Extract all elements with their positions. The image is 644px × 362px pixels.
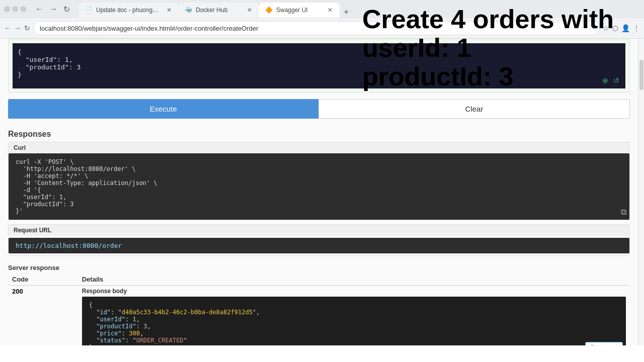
tab-title-1: Update doc - phuongnq1995/s... <box>96 7 162 14</box>
title-bar: ← → ↻ 📄 Update doc - phuongnq1995/s... ✕… <box>0 0 644 18</box>
address-input[interactable] <box>33 21 600 35</box>
textarea-icons: ⊕ ↺ <box>602 76 622 85</box>
request-body-section: { "userId": 1, "productId": 3 } ⊕ ↺ <box>8 39 630 93</box>
address-bar: ← → ↻ ☆ ⬡ 👤 ⋮ <box>0 18 644 38</box>
forward-icon[interactable]: → <box>14 24 21 32</box>
details-header: Details <box>78 274 630 286</box>
tab-favicon-1: 📄 <box>85 7 92 14</box>
download-button[interactable]: Download <box>585 342 623 345</box>
response-body-block: { "id": "d40a5c33-b4b2-46c2-b0ba-de8a82f… <box>82 297 626 345</box>
curl-block: Curl curl -X 'POST' \ 'http://localhost:… <box>8 142 630 220</box>
response-body-label: Response body <box>82 288 626 295</box>
request-body-textarea[interactable]: { "userId": 1, "productId": 3 } <box>13 43 625 88</box>
execute-button[interactable]: Execute <box>8 99 318 119</box>
clear-button[interactable]: Clear <box>318 99 630 119</box>
maximize-button[interactable] <box>12 6 18 12</box>
curl-label: Curl <box>9 142 629 153</box>
tab-close-2[interactable]: ✕ <box>246 7 253 14</box>
window-controls <box>4 6 26 12</box>
server-response-title: Server response <box>8 260 630 274</box>
bookmark-icon[interactable]: ☆ <box>603 24 609 32</box>
curl-code: curl -X 'POST' \ 'http://localhost:8080/… <box>9 153 629 220</box>
browser-chrome: ← → ↻ 📄 Update doc - phuongnq1995/s... ✕… <box>0 0 644 39</box>
minimize-button[interactable] <box>4 6 10 12</box>
response-copy-button[interactable]: ⧉ <box>577 343 582 346</box>
tab-swagger-ui[interactable]: 🔶 Swagger UI ✕ <box>259 3 340 18</box>
menu-icon[interactable]: ⋮ <box>633 24 640 32</box>
request-url-label: Request URL <box>9 225 629 236</box>
response-row-200: 200 Response body { "id": "d40a5c33-b4b2… <box>8 286 630 346</box>
execute-row: Execute Clear <box>8 99 630 119</box>
response-details: Response body { "id": "d40a5c33-b4b2-46c… <box>78 286 630 346</box>
textarea-container: { "userId": 1, "productId": 3 } ⊕ ↺ <box>13 43 625 88</box>
reload-icon[interactable]: ↻ <box>24 24 30 32</box>
new-tab-button[interactable]: + <box>340 7 353 18</box>
back-icon[interactable]: ← <box>4 24 11 32</box>
download-row: ⧉ Download <box>577 342 623 345</box>
responses-title: Responses <box>8 125 630 142</box>
close-button[interactable] <box>20 6 26 12</box>
clear-icon[interactable]: ↺ <box>613 76 622 85</box>
format-icon[interactable]: ⊕ <box>602 76 611 85</box>
nav-controls: ← → ↻ <box>33 4 72 15</box>
tabs-container: 📄 Update doc - phuongnq1995/s... ✕ 🐳 Doc… <box>75 1 640 18</box>
tab-title-2: Docker Hub <box>196 7 242 14</box>
extensions-icon[interactable]: ⬡ <box>612 24 618 32</box>
request-url-value: http://localhost:8080/order <box>9 238 629 253</box>
swagger-body: { "userId": 1, "productId": 3 } ⊕ ↺ Exec… <box>0 39 638 345</box>
main-area: { "userId": 1, "productId": 3 } ⊕ ↺ Exec… <box>0 39 638 345</box>
back-button[interactable]: ← <box>33 4 45 15</box>
tab-favicon-3: 🔶 <box>265 7 272 14</box>
scrollbar-thumb[interactable] <box>639 60 643 90</box>
forward-button[interactable]: → <box>47 4 59 15</box>
scrollbar[interactable] <box>638 39 644 345</box>
tab-favicon-2: 🐳 <box>185 7 192 14</box>
request-url-block: Request URL http://localhost:8080/order <box>8 224 630 256</box>
response-table: Code Details 200 Response body { "id": "… <box>8 274 630 345</box>
curl-copy-button[interactable]: ⧉ <box>621 208 626 217</box>
reload-button[interactable]: ↻ <box>61 4 72 15</box>
tab-update-doc[interactable]: 📄 Update doc - phuongnq1995/s... ✕ <box>79 3 179 18</box>
code-header: Code <box>8 274 78 286</box>
responses-section: Responses Curl curl -X 'POST' \ 'http://… <box>0 125 638 345</box>
tab-docker-hub[interactable]: 🐳 Docker Hub ✕ <box>179 3 259 18</box>
profile-icon[interactable]: 👤 <box>621 24 630 32</box>
tab-close-1[interactable]: ✕ <box>166 7 173 14</box>
tab-close-3[interactable]: ✕ <box>327 7 334 14</box>
tab-title-3: Swagger UI <box>276 7 323 14</box>
page-content: { "userId": 1, "productId": 3 } ⊕ ↺ Exec… <box>0 39 644 345</box>
response-code: 200 <box>8 286 78 346</box>
